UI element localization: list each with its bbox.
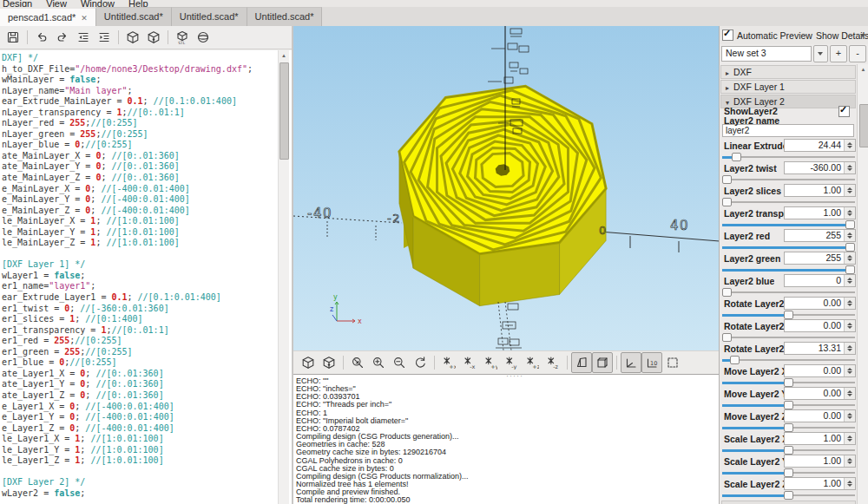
section-dxf-layer-1[interactable]: ▸DXF Layer 1 xyxy=(720,80,856,94)
slider-handle[interactable] xyxy=(784,311,793,319)
param-slider[interactable] xyxy=(722,153,855,161)
param-spinbox[interactable]: 0 xyxy=(784,274,856,287)
param-spinbox[interactable]: 24.44 xyxy=(784,139,856,152)
scrollbar-up-icon[interactable]: ▲ xyxy=(279,51,289,60)
slider-handle[interactable] xyxy=(722,288,732,297)
slider-handle[interactable] xyxy=(722,198,732,206)
perspective-button[interactable] xyxy=(571,352,592,373)
slider-handle[interactable] xyxy=(732,153,741,161)
param-spinbox[interactable]: 1.00 xyxy=(784,184,856,197)
view-negative-x-button[interactable]: -x xyxy=(459,352,480,373)
spinner-arrows-icon[interactable] xyxy=(844,365,855,376)
spinner-arrows-icon[interactable] xyxy=(844,185,855,196)
param-spinbox[interactable]: 0.00 xyxy=(784,364,856,377)
param-spinbox[interactable]: 0.00 xyxy=(784,409,856,422)
tab-close-icon[interactable]: ✕ xyxy=(81,14,88,23)
param-slider[interactable] xyxy=(722,288,855,297)
param-slider[interactable] xyxy=(722,378,855,387)
customizer-scrollbar-thumb[interactable] xyxy=(859,104,868,147)
layer2-name-input[interactable]: layer2 xyxy=(722,124,854,137)
editor-scrollbar-thumb[interactable] xyxy=(279,62,289,160)
preset-combo[interactable]: New set 3 xyxy=(721,46,812,62)
param-slider[interactable] xyxy=(722,175,855,184)
view-negative-z-button[interactable]: -z xyxy=(542,352,563,373)
slider-handle[interactable] xyxy=(784,378,793,387)
param-spinbox[interactable]: 1.00 xyxy=(784,432,856,445)
console-resize-handle[interactable]: ····· xyxy=(506,374,523,380)
details-dropdown[interactable]: Show Details xyxy=(812,29,868,43)
param-slider[interactable] xyxy=(722,220,855,229)
slider-handle[interactable] xyxy=(730,356,740,364)
slider-handle[interactable] xyxy=(722,333,732,342)
menu-view[interactable]: View xyxy=(46,0,67,7)
param-slider[interactable] xyxy=(722,356,855,364)
preview-button[interactable] xyxy=(122,27,143,48)
viewport-3d[interactable]: -40-2040yzx xyxy=(293,26,719,350)
param-slider[interactable] xyxy=(722,198,855,206)
spinner-arrows-icon[interactable] xyxy=(844,230,855,241)
menu-window[interactable]: Window xyxy=(81,0,115,7)
unindent-button[interactable] xyxy=(73,27,94,48)
indent-button[interactable] xyxy=(94,27,115,48)
view-render-button[interactable] xyxy=(319,352,339,373)
slider-handle[interactable] xyxy=(784,423,793,432)
redo-button[interactable] xyxy=(52,27,73,48)
view-preview-button[interactable] xyxy=(298,352,319,373)
param-spinbox[interactable]: 0.00 xyxy=(784,297,856,310)
tab-2[interactable]: Untitled.scad* xyxy=(172,7,247,26)
section-dxf[interactable]: ▸DXF xyxy=(720,65,856,79)
spinner-arrows-icon[interactable] xyxy=(844,410,855,422)
spinner-arrows-icon[interactable] xyxy=(844,343,855,354)
zoom-all-button[interactable] xyxy=(347,352,368,373)
param-spinbox[interactable]: 13.31 xyxy=(784,342,856,355)
spinner-arrows-icon[interactable] xyxy=(844,140,855,151)
param-slider[interactable] xyxy=(722,491,855,500)
preset-remove-button[interactable]: - xyxy=(849,45,866,62)
param-spinbox[interactable]: 1.00 xyxy=(784,477,856,490)
reset-view-button[interactable] xyxy=(410,352,431,373)
slider-handle[interactable] xyxy=(784,446,793,455)
param-spinbox[interactable]: 1.00 xyxy=(784,455,856,468)
undo-button[interactable] xyxy=(31,27,52,48)
slider-handle[interactable] xyxy=(784,491,793,500)
view-negative-y-button[interactable]: -y xyxy=(501,352,522,373)
editor-scrollbar[interactable]: ▲ xyxy=(278,50,289,504)
spinner-arrows-icon[interactable] xyxy=(844,252,855,264)
sphere-button[interactable] xyxy=(193,27,214,48)
param-spinbox[interactable]: 1.00 xyxy=(784,206,856,219)
tab-0[interactable]: penscad1.scad*✕ xyxy=(0,7,96,26)
param-slider[interactable] xyxy=(722,333,855,342)
spinner-arrows-icon[interactable] xyxy=(844,433,855,444)
param-spinbox[interactable]: 255 xyxy=(784,252,856,265)
param-slider[interactable] xyxy=(722,446,855,455)
scrollbar-up-icon[interactable]: ▲ xyxy=(858,65,868,74)
view-positive-y-button[interactable]: +y xyxy=(480,352,501,373)
param-slider[interactable] xyxy=(722,401,855,409)
console-log[interactable]: ····· ECHO: ""ECHO: "inches="ECHO: 0.039… xyxy=(293,374,719,504)
render-button[interactable] xyxy=(143,27,164,48)
param-slider[interactable] xyxy=(722,423,855,432)
zoom-in-button[interactable] xyxy=(368,352,389,373)
spinner-arrows-icon[interactable] xyxy=(844,298,855,309)
slider-handle[interactable] xyxy=(845,243,855,252)
slider-handle[interactable] xyxy=(845,220,855,229)
preset-add-button[interactable]: + xyxy=(830,45,847,62)
section-dxf-layer-3[interactable]: ▸ DXF Layer 3 xyxy=(721,501,856,504)
orthographic-button[interactable] xyxy=(592,352,613,373)
slider-handle[interactable] xyxy=(784,401,793,409)
param-spinbox[interactable]: 255 xyxy=(784,229,856,242)
spinner-arrows-icon[interactable] xyxy=(844,207,855,219)
spinner-arrows-icon[interactable] xyxy=(844,320,855,331)
param-slider[interactable] xyxy=(722,311,855,319)
show-scale-markers-button[interactable]: 10 xyxy=(641,352,662,373)
show-axes-button[interactable] xyxy=(621,352,641,373)
param-spinbox[interactable]: 0.00 xyxy=(784,387,856,400)
code-text[interactable]: DXF] */h_to_DXF_File="/home/none3/Deskto… xyxy=(2,53,253,499)
tab-3[interactable]: Untitled.scad* xyxy=(247,7,323,26)
param-slider[interactable] xyxy=(722,468,855,477)
show-layer2-checkbox[interactable]: ✓ xyxy=(838,106,850,117)
menu-design[interactable]: Design xyxy=(3,0,32,7)
view-positive-z-button[interactable]: +z xyxy=(522,352,542,373)
show-edges-button[interactable] xyxy=(662,352,683,373)
menu-help[interactable]: Help xyxy=(128,0,148,7)
